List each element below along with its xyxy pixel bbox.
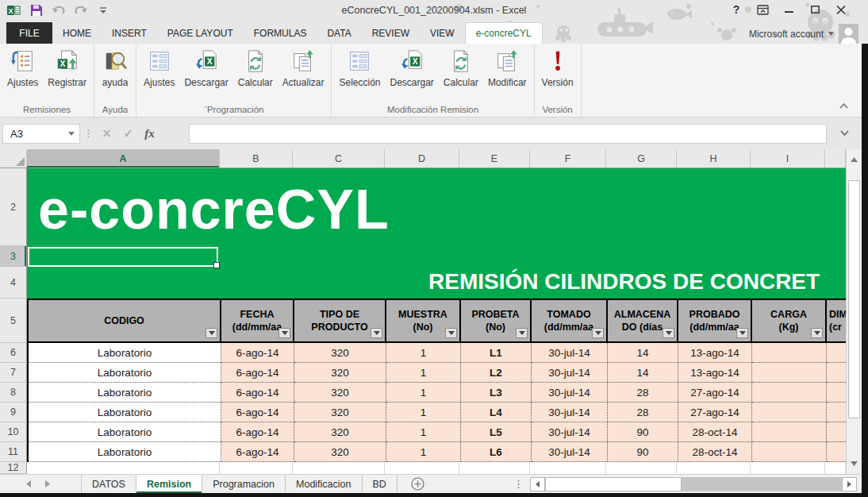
expand-formula-bar-icon[interactable] xyxy=(827,130,862,137)
row-header-7[interactable]: 7 xyxy=(0,363,27,383)
cell-C10[interactable]: 320 xyxy=(294,422,386,442)
cell-E11[interactable]: L6 xyxy=(461,442,532,462)
sheet-tab-bd[interactable]: BD xyxy=(363,475,398,493)
filter-dropdown-icon[interactable] xyxy=(445,328,457,338)
name-box[interactable]: A3 xyxy=(2,124,80,144)
table-header-fecha[interactable]: FECHA(dd/mm/aa xyxy=(221,300,294,341)
horizontal-scroll-track[interactable] xyxy=(545,477,842,491)
account-area[interactable]: Microsoft account xyxy=(749,24,858,44)
row-header-3[interactable]: 3 xyxy=(0,246,27,267)
ribbon-display-options-icon[interactable] xyxy=(756,3,769,16)
help-icon[interactable]: ? xyxy=(730,3,743,16)
cell-H6[interactable]: 13-ago-14 xyxy=(678,343,752,363)
column-header-a[interactable]: A xyxy=(27,149,220,168)
cell-G12[interactable] xyxy=(606,462,677,474)
insert-function-icon[interactable]: fx xyxy=(139,124,160,144)
cancel-icon[interactable]: ✕ xyxy=(96,124,117,144)
sheet-tab-datos[interactable]: DATOS xyxy=(81,475,136,493)
ribbon-button-ayuda[interactable]: ayuda xyxy=(97,45,133,88)
row-header-4[interactable]: 4 xyxy=(0,267,27,299)
cell-E12[interactable] xyxy=(459,462,530,474)
row-header-8[interactable]: 8 xyxy=(0,383,27,403)
column-header-h[interactable]: H xyxy=(677,149,751,168)
cell-C7[interactable]: 320 xyxy=(294,363,386,383)
ribbon-tab-view[interactable]: VIEW xyxy=(420,22,465,44)
cell-H7[interactable]: 13-ago-14 xyxy=(678,363,752,383)
filter-dropdown-icon[interactable] xyxy=(592,328,604,338)
ribbon-button-actualizar[interactable]: Actualizar xyxy=(278,45,329,88)
row-header-11[interactable]: 11 xyxy=(0,442,27,462)
cell-B8[interactable]: 6-ago-14 xyxy=(221,383,294,403)
row-header-6[interactable]: 6 xyxy=(0,343,27,363)
column-header-e[interactable]: E xyxy=(459,149,530,168)
horizontal-scrollbar[interactable] xyxy=(530,477,857,491)
ribbon-button-modificar[interactable]: Modificar xyxy=(483,45,532,88)
cell-G6[interactable]: 14 xyxy=(608,343,678,363)
filter-dropdown-icon[interactable] xyxy=(736,328,748,338)
formula-bar-handle[interactable]: ⋮ xyxy=(80,127,96,140)
scroll-left-icon[interactable] xyxy=(530,477,545,491)
cell-D11[interactable]: 1 xyxy=(386,442,461,462)
cell-I10[interactable] xyxy=(752,422,827,442)
cell-B10[interactable]: 6-ago-14 xyxy=(221,422,294,442)
select-all-corner[interactable] xyxy=(0,149,27,168)
column-header-g[interactable]: G xyxy=(606,149,677,168)
column-header-c[interactable]: C xyxy=(293,149,385,168)
column-header-d[interactable]: D xyxy=(385,149,459,168)
filter-dropdown-icon[interactable] xyxy=(371,328,382,338)
cell-I8[interactable] xyxy=(752,383,827,403)
filter-dropdown-icon[interactable] xyxy=(278,328,290,338)
cell-E9[interactable]: L4 xyxy=(461,403,532,422)
sheet-nav-right-icon[interactable] xyxy=(38,475,57,493)
ribbon-button-versi-n[interactable]: Versión xyxy=(537,45,578,88)
ribbon-tab-review[interactable]: REVIEW xyxy=(362,22,420,44)
cell-A8[interactable]: Laboratorio xyxy=(29,383,221,403)
filter-dropdown-icon[interactable] xyxy=(205,328,217,338)
sheet-tab-programacion[interactable]: Programacion xyxy=(202,475,286,493)
row-header-5[interactable]: 5 xyxy=(0,299,27,343)
ribbon-tab-page-layout[interactable]: PAGE LAYOUT xyxy=(157,22,244,44)
new-sheet-icon[interactable] xyxy=(404,475,432,493)
ribbon-button-ajustes[interactable]: Ajustes xyxy=(139,45,179,88)
cell-D8[interactable]: 1 xyxy=(386,383,461,403)
ribbon-button-calcular[interactable]: Calcular xyxy=(439,45,483,88)
cell-C9[interactable]: 320 xyxy=(294,403,386,422)
cell-D7[interactable]: 1 xyxy=(386,363,461,383)
formula-input[interactable] xyxy=(189,124,827,144)
cell-J8[interactable] xyxy=(827,383,846,403)
cell-H9[interactable]: 27-ago-14 xyxy=(678,403,752,422)
table-header-tipo-de[interactable]: TIPO DEPRODUCTO xyxy=(294,300,386,341)
cell-I9[interactable] xyxy=(752,403,827,422)
close-icon[interactable] xyxy=(835,3,847,16)
filter-dropdown-icon[interactable] xyxy=(811,328,823,338)
table-header-almacena[interactable]: ALMACENADO (días xyxy=(608,300,678,341)
scroll-down-icon[interactable] xyxy=(847,455,862,472)
ribbon-tab-insert[interactable]: INSERT xyxy=(102,22,157,44)
file-tab[interactable]: FILE xyxy=(6,22,52,44)
enter-icon[interactable]: ✓ xyxy=(117,124,139,144)
cell-J10[interactable] xyxy=(827,422,846,442)
vertical-scroll-thumb[interactable] xyxy=(848,180,860,418)
ribbon-button-ajustes[interactable]: Ajustes xyxy=(2,45,43,88)
cell-D6[interactable]: 1 xyxy=(386,343,461,363)
cell-J9[interactable] xyxy=(827,403,846,422)
cell-I11[interactable] xyxy=(752,442,827,462)
ribbon-button-descargar[interactable]: Descargar xyxy=(179,45,232,88)
cell-G7[interactable]: 14 xyxy=(608,363,678,383)
cell-I12[interactable] xyxy=(751,462,825,474)
cell-F10[interactable]: 30-jul-14 xyxy=(532,422,608,442)
filter-dropdown-icon[interactable] xyxy=(516,328,528,338)
cell-B9[interactable]: 6-ago-14 xyxy=(221,403,294,422)
cell-A11[interactable]: Laboratorio xyxy=(29,442,221,462)
cell-J6[interactable] xyxy=(827,343,846,363)
table-header-probeta[interactable]: PROBETA(No) xyxy=(461,300,532,341)
cell-C8[interactable]: 320 xyxy=(294,383,386,403)
ribbon-button-selecci-n[interactable]: Selección xyxy=(334,45,385,88)
cell-F11[interactable]: 30-jul-14 xyxy=(532,442,608,462)
cell-G8[interactable]: 28 xyxy=(608,383,678,403)
row-header-9[interactable]: 9 xyxy=(0,403,27,422)
cell-E10[interactable]: L5 xyxy=(461,422,532,442)
scroll-right-icon[interactable] xyxy=(842,477,857,491)
cell-B7[interactable]: 6-ago-14 xyxy=(221,363,294,383)
vertical-scrollbar[interactable] xyxy=(846,149,862,474)
